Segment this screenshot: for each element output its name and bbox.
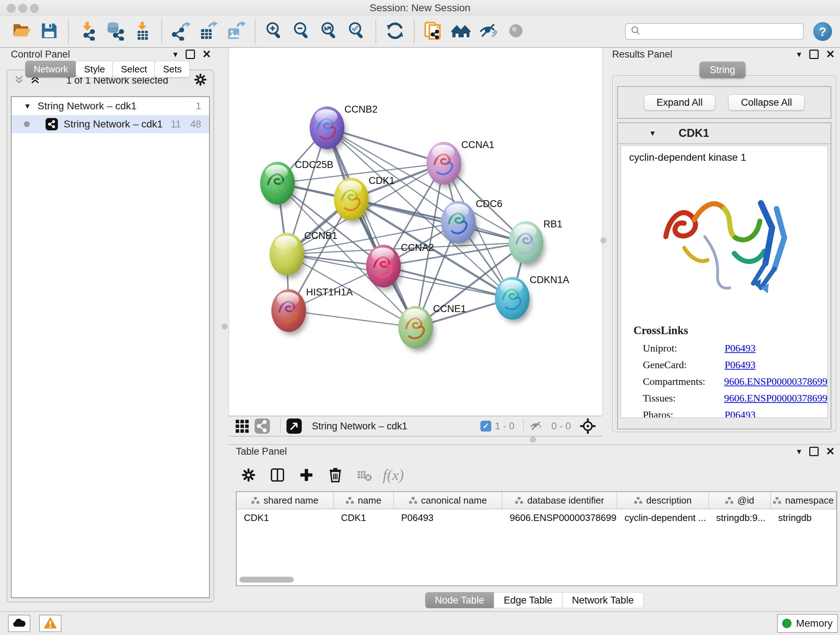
crosslink-link[interactable]: P06493	[725, 359, 756, 371]
create-column-button[interactable]	[296, 464, 317, 486]
network-node-CDKN1A[interactable]	[495, 277, 530, 320]
string-houses-button[interactable]	[450, 20, 472, 43]
table-cell[interactable]: CDK1	[334, 509, 394, 526]
zoom-in-button[interactable]	[263, 20, 286, 43]
export-network-button[interactable]	[170, 20, 192, 43]
panel-float-icon[interactable]	[809, 50, 819, 59]
import-table-button[interactable]	[131, 20, 154, 43]
panel-close-icon[interactable]: ✕	[826, 446, 835, 457]
center-view-button[interactable]	[579, 418, 596, 434]
memory-button[interactable]: Memory	[777, 614, 838, 633]
table-horizontal-scrollbar[interactable]	[240, 577, 294, 583]
panel-menu-icon[interactable]: ▾	[797, 447, 801, 456]
column-header-canonical-name[interactable]: canonical name	[394, 492, 502, 509]
left-splitter-grip[interactable]	[222, 324, 227, 329]
network-node-CCNB2[interactable]	[309, 106, 344, 149]
results-panel-title: Results Panel	[612, 49, 673, 60]
column-header-description[interactable]: description	[617, 492, 709, 509]
import-network-file-button[interactable]	[76, 20, 99, 43]
show-results-button[interactable]	[505, 20, 527, 43]
panel-float-icon[interactable]	[809, 447, 819, 456]
panel-menu-icon[interactable]: ▾	[797, 50, 801, 59]
network-view[interactable]: CCNB2CCNA1CDC25BCDK1CDC6RB1CCNB1CCNA2CDK…	[229, 48, 603, 416]
save-session-button[interactable]	[38, 20, 60, 43]
tab-network-table[interactable]: Network Table	[562, 592, 644, 608]
import-network-database-button[interactable]	[104, 20, 126, 43]
crosslink-link[interactable]: 9606.ENSP00000378699	[724, 393, 827, 404]
grid-view-button[interactable]	[234, 418, 249, 434]
tab-string[interactable]: String	[699, 62, 745, 78]
table-cell[interactable]: CDK1	[237, 509, 334, 526]
crosslink-link[interactable]: P06493	[725, 409, 756, 418]
table-cell[interactable]: stringdb	[771, 509, 836, 526]
apply-layout-button[interactable]	[384, 20, 406, 43]
network-node-RB1[interactable]	[508, 221, 543, 264]
tab-style[interactable]: Style	[76, 61, 113, 78]
birdseye-view-button[interactable]	[286, 418, 302, 434]
network-node-CDC6[interactable]	[441, 201, 476, 244]
network-node-HIST1H1A[interactable]	[271, 289, 306, 332]
tab-node-table[interactable]: Node Table	[425, 592, 494, 608]
hidden-eye-icon[interactable]	[529, 419, 543, 433]
panel-menu-icon[interactable]: ▾	[173, 50, 178, 59]
table-cell[interactable]: 9606.ENSP00000378699	[502, 509, 617, 526]
table-row[interactable]: CDK1CDK1P064939606.ENSP00000378699cyclin…	[237, 509, 836, 526]
network-node-CDC25B[interactable]	[260, 162, 295, 204]
node-gloss-highlight	[404, 309, 426, 323]
column-header--id[interactable]: @id	[709, 492, 771, 509]
expand-all-button[interactable]: Expand All	[644, 95, 715, 111]
crosslink-link[interactable]: 9606.ENSP00000378699	[724, 376, 827, 387]
glass-effect-toggle-button[interactable]	[477, 20, 500, 43]
network-node-CCNA2[interactable]	[366, 245, 401, 287]
tab-network[interactable]: Network	[25, 61, 76, 78]
open-session-button[interactable]	[11, 20, 33, 43]
bottom-splitter-grip[interactable]	[530, 437, 536, 442]
function-builder-button[interactable]: f(x)	[383, 466, 404, 484]
collection-expand-icon[interactable]: ▼	[24, 102, 31, 111]
network-overview-button[interactable]	[254, 418, 271, 434]
tab-select[interactable]: Select	[112, 61, 155, 78]
column-header-namespace[interactable]: namespace	[771, 492, 836, 509]
network-collection-row[interactable]: ▼ String Network – cdk1 1	[11, 97, 209, 115]
network-node-CCNB1[interactable]	[270, 233, 304, 276]
collapse-all-networks-icon[interactable]	[13, 73, 25, 87]
cloud-status-button[interactable]	[8, 615, 30, 632]
collapse-all-button[interactable]: Collapse All	[728, 95, 805, 111]
export-image-button[interactable]	[225, 20, 247, 43]
show-columns-button[interactable]	[267, 464, 288, 486]
delete-column-button[interactable]	[325, 464, 346, 486]
tab-edge-table[interactable]: Edge Table	[494, 592, 562, 608]
zoom-selected-button[interactable]	[346, 20, 368, 43]
help-button[interactable]: ?	[813, 22, 832, 41]
network-node-CDK1[interactable]	[334, 178, 369, 220]
export-table-button[interactable]	[197, 20, 219, 43]
gene-section-header[interactable]: ▼ CDK1	[618, 123, 831, 144]
selected-nodes-checkbox[interactable]: ✓	[480, 421, 491, 432]
tab-sets[interactable]: Sets	[155, 61, 190, 78]
column-header-shared-name[interactable]: shared name	[237, 492, 334, 509]
warning-status-button[interactable]	[39, 615, 62, 632]
table-cell[interactable]: stringdb:9...	[709, 509, 771, 526]
column-header-database-identifier[interactable]: database identifier	[502, 492, 617, 509]
network-edge[interactable]	[289, 310, 416, 327]
zoom-out-button[interactable]	[291, 20, 313, 43]
table-cell[interactable]: cyclin-dependent ...	[617, 509, 709, 526]
search-field[interactable]	[625, 23, 804, 40]
column-header-name[interactable]: name	[334, 492, 394, 509]
zoom-fit-button[interactable]	[318, 20, 340, 43]
network-view-toolbar: String Network – cdk1 ✓ 1 - 0 0 - 0	[229, 416, 602, 437]
network-node-CCNE1[interactable]	[398, 306, 433, 348]
table-cell[interactable]: P06493	[394, 509, 502, 526]
gear-icon[interactable]	[193, 73, 208, 88]
crosslink-link[interactable]: P06493	[725, 342, 756, 354]
panel-close-icon[interactable]: ✕	[202, 49, 211, 60]
table-options-button[interactable]	[238, 464, 259, 486]
delete-table-button[interactable]	[354, 464, 375, 486]
string-copy-network-button[interactable]	[422, 20, 445, 43]
network-row[interactable]: String Network – cdk1 11 48	[11, 115, 209, 133]
panel-close-icon[interactable]: ✕	[826, 49, 835, 60]
panel-float-icon[interactable]	[186, 50, 195, 59]
network-node-CCNA1[interactable]	[426, 142, 461, 185]
gene-collapse-icon[interactable]: ▼	[649, 129, 656, 138]
search-input[interactable]	[641, 26, 803, 38]
